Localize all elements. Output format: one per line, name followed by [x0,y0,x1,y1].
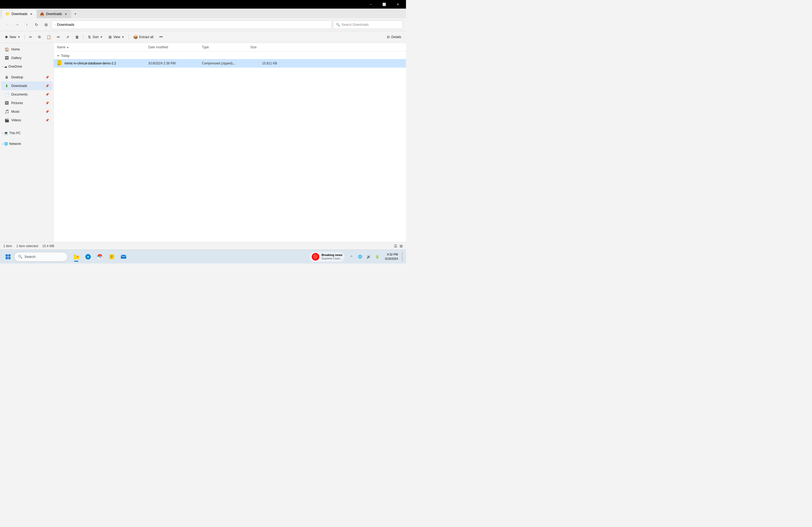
address-bar[interactable]: › Downloads [52,20,332,29]
share-icon: ↗ [66,35,69,39]
sort-button[interactable]: ⇅ Sort ▼ [85,33,105,41]
extract-button[interactable]: 📦 Extract all [130,33,156,41]
close-button[interactable]: ✕ [392,0,404,9]
tray-battery-icon[interactable]: 🔋 [374,253,381,260]
system-tray: ^ 🌐 🔊 🔋 [348,253,381,260]
up-button[interactable]: ↑ [23,20,31,29]
col-header-name[interactable]: Name ▲ [57,44,148,50]
sidebar-item-desktop[interactable]: 🖥 Desktop 📌 [1,73,52,81]
col-header-type[interactable]: Type [202,44,250,50]
selected-count: 1 item selected [16,244,38,248]
share-button[interactable]: ↗ [63,33,72,41]
tab-icon-2: 📥 [40,12,44,16]
item-count: 1 item [3,244,12,248]
taskbar-app-edge[interactable] [83,252,93,262]
view-details-icon[interactable]: ⊞ [400,244,403,248]
cut-button[interactable]: ✂ [26,33,35,41]
news-avatar: 🔴 [312,253,319,260]
home-icon: 🏠 [4,47,9,51]
forward-button[interactable]: → [13,20,21,29]
sidebar-label-downloads: Downloads [11,84,27,88]
show-desktop-button[interactable] [402,252,403,261]
tab-close-2[interactable]: ✕ [64,12,68,16]
view-list-icon[interactable]: ☰ [394,244,397,248]
svg-rect-13 [76,256,79,257]
view-button[interactable]: ⊞ View ▼ [106,33,127,41]
documents-icon: 📄 [4,92,9,96]
sidebar-item-network[interactable]: › 🌐 Network [1,139,52,148]
news-widget[interactable]: 🔴 Breaking news Supreme Court... [309,252,345,261]
sidebar-label-gallery: Gallery [11,56,21,60]
sidebar-item-onedrive[interactable]: › ☁ OneDrive [1,62,52,71]
new-tab-button[interactable]: + [71,10,80,18]
onedrive-icon: ☁ [4,65,7,69]
pictures-icon: 🖼 [4,101,9,105]
svg-rect-4 [59,63,60,64]
taskbar: 🔍 Search [0,250,406,264]
file-size: 15,811 KB [250,61,282,65]
svg-rect-1 [59,60,60,61]
paste-button[interactable]: 📋 [44,33,54,41]
back-button[interactable]: ← [3,20,12,29]
search-bar[interactable]: 🔍 Search Downloads [333,20,403,29]
copy-button[interactable]: ⧉ [35,33,43,41]
tray-network-icon[interactable]: 🌐 [356,253,364,260]
details-icon: ⊟ [387,35,390,39]
news-headline: Breaking news [321,253,342,257]
taskbar-app-notes[interactable] [106,252,117,262]
rename-button[interactable]: ✏ [54,33,63,41]
tab-label-1: Downloads [12,12,27,16]
taskbar-app-mail[interactable] [118,252,129,262]
minimize-button[interactable]: ─ [365,0,377,9]
delete-button[interactable]: 🗑 [73,33,82,41]
col-type-label: Type [202,45,209,49]
system-clock[interactable]: 4:32 PM 3/19/2024 [383,252,400,262]
sidebar: 🏠 Home 🖼 Gallery › ☁ OneDrive 🖥 Desktop … [0,43,54,242]
new-button[interactable]: ✚ New ▼ [2,33,23,41]
svg-rect-9 [6,257,8,259]
group-today[interactable]: ▼ Today [54,52,406,59]
sidebar-item-home[interactable]: 🏠 Home [1,45,52,54]
tab-downloads-1[interactable]: 📁 Downloads ✕ [2,10,37,18]
pin-icon-desktop: 📌 [45,76,49,79]
details-button[interactable]: ⊟ Details [384,33,404,41]
sidebar-label-music: Music [11,110,19,114]
svg-rect-24 [121,255,126,259]
view-options-button[interactable]: ⊞ [42,20,50,29]
view-label: View [113,35,120,39]
tab-close-1[interactable]: ✕ [29,12,33,16]
sidebar-item-gallery[interactable]: 🖼 Gallery [1,54,52,62]
start-button[interactable] [3,252,13,261]
col-header-size[interactable]: Size [250,44,282,50]
col-header-date[interactable]: Date modified [148,44,202,50]
svg-rect-11 [74,255,76,257]
content-area: Name ▲ Date modified Type Size ▼ Today [54,43,406,242]
more-button[interactable]: ••• [157,33,165,41]
svg-rect-3 [59,62,60,63]
maximize-button[interactable]: ⬜ [378,0,390,9]
onedrive-expand-icon: › [2,65,3,68]
new-label: New [10,35,16,39]
sidebar-item-this-pc[interactable]: › 💻 This PC [1,129,52,137]
sidebar-label-this-pc: This PC [9,131,21,135]
nav-bar: ← → ↑ ↻ ⊞ › Downloads 🔍 Search Downloads [0,18,406,31]
this-pc-icon: 💻 [4,131,8,135]
tray-expand-button[interactable]: ^ [348,253,355,260]
refresh-button[interactable]: ↻ [32,20,41,29]
svg-rect-2 [59,61,60,62]
taskbar-app-chrome[interactable] [95,252,105,262]
sidebar-item-documents[interactable]: 📄 Documents 📌 [1,90,52,99]
sidebar-item-videos[interactable]: 🎬 Videos 📌 [1,116,52,124]
sidebar-item-pictures[interactable]: 🖼 Pictures 📌 [1,99,52,107]
this-pc-expand-icon: › [2,132,3,135]
sidebar-item-music[interactable]: 🎵 Music 📌 [1,107,52,116]
tray-volume-icon[interactable]: 🔊 [365,253,373,260]
taskbar-search-bar[interactable]: 🔍 Search [14,252,68,261]
paste-icon: 📋 [46,35,51,39]
pin-icon-pictures: 📌 [45,102,49,105]
taskbar-app-explorer[interactable] [71,252,82,262]
sidebar-item-downloads[interactable]: ⬇ Downloads 📌 [1,81,52,90]
tab-downloads-2[interactable]: 📥 Downloads ✕ [37,10,71,18]
pin-icon-downloads: 📌 [45,84,49,88]
table-row[interactable]: ZIP mimic-iv-clinical-database-demo-2.2 … [54,59,406,67]
